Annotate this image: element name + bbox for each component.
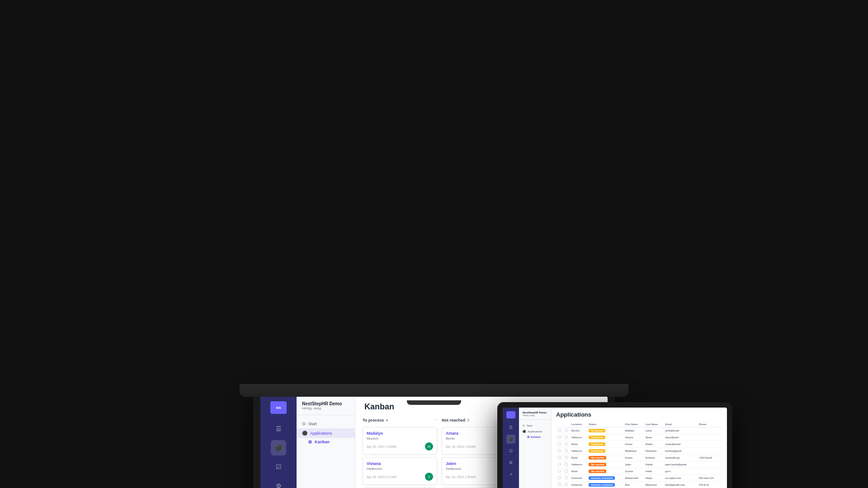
row-email: ilina@gmail4.corp	[663, 482, 697, 488]
row-cb2[interactable]	[563, 441, 570, 448]
nav-item-applications[interactable]: ⚫ Applications	[297, 428, 355, 438]
tablet-page-title: Applications	[556, 411, 722, 418]
row-location: Karlsruhe	[570, 482, 587, 488]
nav-sub-kanban[interactable]: ⊞ Kanban	[297, 438, 355, 446]
sidebar-icon-tasks[interactable]: ☑	[271, 459, 286, 474]
tablet-icon-users[interactable]: ⚫	[506, 435, 515, 444]
row-cb2[interactable]	[563, 448, 570, 455]
row-location: Heilbronn	[570, 434, 587, 441]
row-cb[interactable]	[556, 461, 563, 468]
tablet-logo	[506, 411, 515, 418]
row-email: hendry@gmail	[663, 448, 697, 455]
row-cb2[interactable]	[563, 468, 570, 475]
row-email: jalen.hardin@gmail	[663, 461, 697, 468]
row-cb[interactable]	[556, 468, 563, 475]
tablet-icon-expand[interactable]: ↗	[506, 470, 515, 479]
tablet-icon-tasks[interactable]: ☑	[506, 446, 515, 455]
row-email: lamb@email	[663, 427, 697, 434]
row-email: amara@q.qq	[663, 455, 697, 461]
sidebar-icon-settings[interactable]: ⚙	[271, 478, 286, 488]
col-header-lastname: Last Name	[644, 422, 664, 427]
row-cb[interactable]	[556, 434, 563, 441]
tablet-start-icon: ⊙	[523, 424, 525, 427]
row-status: To process	[587, 448, 623, 455]
row-cb[interactable]	[556, 455, 563, 461]
start-icon: ⊙	[302, 421, 306, 426]
tablet-nav-start[interactable]: ⊙ Start	[519, 422, 551, 428]
row-lastname: Lamb	[644, 427, 664, 434]
table-row: Heilbronn To process Viviana Sloan sloan…	[556, 434, 722, 441]
col-header-firstname: First Name	[623, 422, 644, 427]
row-lastname: Erickson	[644, 455, 664, 461]
row-cb2[interactable]	[563, 434, 570, 441]
col-header-location: Location	[570, 422, 587, 427]
col-header-email: Email	[663, 422, 697, 427]
tablet-app-icon: ⚫	[523, 430, 526, 433]
row-phone	[697, 468, 722, 475]
table-row: Berlin To process Ocean Parker ocean@ema…	[556, 441, 722, 448]
row-cb[interactable]	[556, 427, 563, 434]
row-cb2[interactable]	[563, 461, 570, 468]
row-status: To process	[587, 434, 623, 441]
col-header-status: Status	[587, 422, 623, 427]
row-email: sloan@work	[663, 434, 697, 441]
row-cb2[interactable]	[563, 427, 570, 434]
row-lastname: Parker	[644, 441, 664, 448]
row-phone: 076-ili-42	[697, 482, 722, 488]
avatar-viviana: V	[425, 473, 433, 481]
col-header-to-process: To process4 ···	[363, 415, 437, 423]
row-location: Berlin	[570, 455, 587, 461]
row-cb2[interactable]	[563, 455, 570, 461]
row-email: ocean@email	[663, 441, 697, 448]
row-firstname: Madeleine	[623, 448, 644, 455]
tablet-bezel: ☰ ⚫ ☑ ⚙ ↗ NextStepHR Demo Hiring, easy.	[497, 402, 732, 488]
row-firstname: Ocean	[623, 441, 644, 448]
brand-tagline: Hiring, easy.	[302, 406, 349, 410]
row-lastname: Alepsi	[644, 475, 664, 482]
table-row: Munich To process Madalyn Lamb lamb@emai…	[556, 427, 722, 434]
col-header-phone: Phone	[697, 422, 722, 427]
row-firstname: Amara	[623, 455, 644, 461]
kanban-col-to-process: To process4 ··· Madalyn Munich Apr 18, 2…	[363, 415, 437, 488]
table-row: Heilbronn To process Madeleine Hendricks…	[556, 448, 722, 455]
table-row: Berlin Not reached Gunner Fields gun.f	[556, 468, 722, 475]
col-menu-to-process[interactable]: ···	[434, 417, 437, 422]
row-lastname: Hardin	[644, 461, 664, 468]
laptop-notch	[407, 400, 461, 405]
tablet-icon-menu[interactable]: ☰	[506, 423, 515, 432]
row-firstname: Madalyn	[623, 427, 644, 434]
tablet-icon-settings[interactable]: ⚙	[506, 458, 515, 467]
tablet-content: Applications Location Status First Name …	[552, 408, 727, 488]
row-phone	[697, 427, 722, 434]
row-cb[interactable]	[556, 441, 563, 448]
tablet-nav-kanban[interactable]: ⊞ Kanban	[519, 434, 551, 439]
row-cb[interactable]	[556, 482, 563, 488]
sidebar-icon-users[interactable]: ⚫	[271, 440, 286, 455]
row-cb[interactable]	[556, 475, 563, 482]
nav-item-start[interactable]: ⊙ Start	[297, 419, 355, 428]
col-header-cb2	[563, 422, 570, 427]
col-header-cb	[556, 422, 563, 427]
row-phone	[697, 448, 722, 455]
row-status: To process	[587, 427, 623, 434]
tablet-nav-applications[interactable]: ⚫ Applications	[519, 428, 551, 434]
brand-name: NextStepHR Demo	[302, 401, 349, 406]
laptop-nav-panel: NextStepHR Demo Hiring, easy. ⊙ Start ⚫ …	[297, 396, 355, 488]
row-cb[interactable]	[556, 448, 563, 455]
row-lastname: Hendricks	[644, 448, 664, 455]
row-phone	[697, 461, 722, 468]
scene: NS ☰ ⚫ ☑ ⚙ ↗ NextStepHR Demo Hiring, eas…	[194, 99, 674, 389]
sidebar-icon-menu[interactable]: ☰	[271, 421, 286, 436]
tablet-kanban-icon: ⊞	[527, 435, 529, 438]
row-cb2[interactable]	[563, 482, 570, 488]
row-cb2[interactable]	[563, 475, 570, 482]
row-firstname: Viviana	[623, 434, 644, 441]
row-firstname: Gunner	[623, 468, 644, 475]
row-status: Interview scheduled	[587, 482, 623, 488]
row-phone	[697, 434, 722, 441]
kanban-card-madalyn[interactable]: Madalyn Munich Apr 18, 2024 1:59AM M	[363, 427, 437, 455]
row-firstname: Jalen	[623, 461, 644, 468]
kanban-icon: ⊞	[308, 440, 312, 444]
row-email: mo.a@no.one	[663, 475, 697, 482]
kanban-card-viviana[interactable]: Viviana Heilbronn Apr 18, 2024 2:11AM V	[363, 457, 437, 485]
